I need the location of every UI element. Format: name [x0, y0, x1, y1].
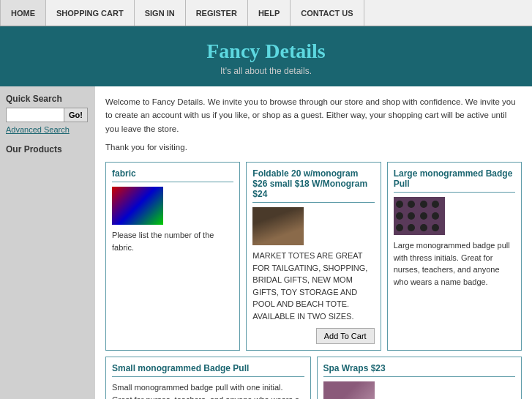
product-title-tote: Foldable 20 w/monogram $26 small $18 W/M…: [252, 168, 374, 203]
advanced-search-link[interactable]: Advanced Search: [6, 125, 89, 134]
product-desc-large-badge: Large monogrammed badge pull with thress…: [394, 239, 515, 288]
products-grid-row1: fabric Please list the number of the fab…: [105, 162, 522, 351]
product-desc-small-badge: Small monogrammed badge pull with one in…: [112, 381, 304, 399]
nav-shopping-cart[interactable]: SHOPPING CART: [46, 0, 135, 26]
product-card-tote: Foldable 20 w/monogram $26 small $18 W/M…: [246, 162, 381, 351]
nav-help[interactable]: HELP: [248, 0, 291, 26]
product-image-large-badge: [394, 197, 445, 235]
search-input[interactable]: [6, 108, 64, 122]
products-grid-row2: Small monogrammed Badge Pull Small monog…: [105, 357, 522, 399]
site-title: Fancy Details: [0, 40, 532, 63]
our-products-label: Our Products: [6, 144, 89, 154]
product-title-spa: Spa Wraps $23: [323, 363, 516, 377]
search-form: Go!: [6, 108, 89, 122]
product-card-large-badge: Large monogrammed Badge Pull Large monog…: [387, 162, 522, 351]
nav-sign-in[interactable]: SIGN IN: [135, 0, 186, 26]
product-title-fabric: fabric: [112, 168, 233, 182]
product-desc-tote: MARKET TOTES ARE GREAT FOR TAILGATING, S…: [252, 250, 374, 322]
product-card-fabric: fabric Please list the number of the fab…: [105, 162, 240, 351]
header-banner: Fancy Details It's all about the details…: [0, 26, 532, 86]
nav-contact-us[interactable]: CONTACT US: [291, 0, 364, 26]
product-image-spa: [323, 381, 375, 399]
thank-you-text: Thank you for visiting.: [105, 143, 522, 152]
product-title-small-badge: Small monogrammed Badge Pull: [112, 363, 304, 377]
site-tagline: It's all about the details.: [0, 66, 532, 76]
sidebar: Quick Search Go! Advanced Search Our Pro…: [0, 86, 95, 399]
product-card-small-badge: Small monogrammed Badge Pull Small monog…: [105, 357, 311, 399]
welcome-text: Welcome to Fancy Details. We invite you …: [105, 95, 522, 135]
nav-register[interactable]: REGISTER: [186, 0, 248, 26]
go-button[interactable]: Go!: [64, 108, 88, 122]
top-navigation: HOME SHOPPING CART SIGN IN REGISTER HELP…: [0, 0, 532, 26]
add-to-cart-tote[interactable]: Add To Cart: [316, 328, 375, 344]
product-image-tote: [252, 207, 304, 245]
product-image-fabric: [112, 187, 163, 225]
quick-search-label: Quick Search: [6, 94, 89, 104]
product-card-spa: Spa Wraps $23 Spa wraps make the perfect…: [317, 357, 522, 399]
product-desc-fabric: Please list the number of the fabric.: [112, 229, 233, 253]
product-title-large-badge: Large monogrammed Badge Pull: [394, 168, 515, 193]
main-content: Welcome to Fancy Details. We invite you …: [95, 86, 532, 399]
nav-home[interactable]: HOME: [0, 0, 46, 26]
